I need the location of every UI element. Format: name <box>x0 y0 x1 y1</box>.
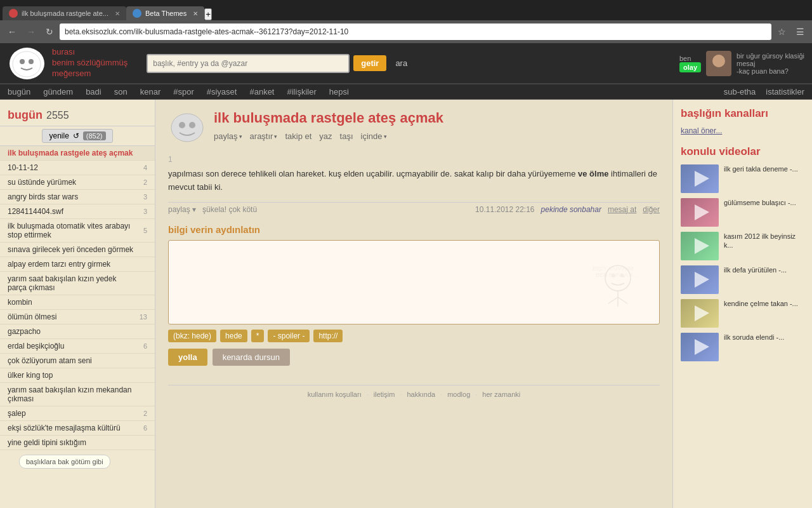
menu-button[interactable]: ☰ <box>792 25 808 38</box>
search-input[interactable] <box>147 54 350 73</box>
svg-point-0 <box>13 51 41 77</box>
footer-iletisim[interactable]: iletişim <box>374 391 395 398</box>
footer-modlog[interactable]: modlog <box>447 391 470 398</box>
video-item-1[interactable]: gülümseme bulaşıcı -... <box>681 198 804 227</box>
sidebar-item-11[interactable]: gazpacho <box>0 324 155 339</box>
video-item-2[interactable]: kasım 2012 ilk beyinsiz k... <box>681 232 804 260</box>
svg-point-1 <box>20 59 25 64</box>
sidebar-item-8[interactable]: yarım saat bakışılan kızın yedek parça ç… <box>0 272 155 295</box>
tool-hede[interactable]: hede <box>220 330 247 342</box>
getir-button[interactable]: getir <box>353 55 386 71</box>
nav-son[interactable]: son <box>114 87 128 97</box>
video-item-3[interactable]: ilk defa yürütülen -... <box>681 265 804 294</box>
sidebar-item-12[interactable]: erdal beşikçioğlu 6 <box>0 339 155 354</box>
action-arastir[interactable]: araştır ▾ <box>250 131 278 141</box>
tab-label-2: Beta Themes <box>145 10 187 17</box>
video-thumb-5 <box>681 333 719 361</box>
tab-close-2[interactable]: ✕ <box>193 10 198 17</box>
nav-hepsi[interactable]: hepsi <box>329 87 349 97</box>
sidebar-item-text-16: şalep <box>8 409 134 418</box>
entry-diger[interactable]: diğer <box>643 205 660 214</box>
sidebar-item-1[interactable]: 10-11-12 4 <box>0 161 155 175</box>
logo-image <box>10 48 44 79</box>
yenile-button[interactable]: yenile ↺ (852) <box>42 129 112 143</box>
address-bar[interactable]: beta.eksisozluk.com/ilk-bulusmada-rastge… <box>60 23 771 40</box>
video-item-0[interactable]: ilk geri takla deneme -... <box>681 164 804 193</box>
sidebar-item-4[interactable]: 1284114404.swf 3 <box>0 204 155 219</box>
video-link-4[interactable]: kendine çelme takan -... <box>724 300 798 307</box>
olay-badge[interactable]: olay <box>679 62 701 72</box>
video-link-2[interactable]: kasım 2012 ilk beyinsiz k... <box>724 232 796 249</box>
video-link-1[interactable]: gülümseme bulaşıcı -... <box>724 199 796 206</box>
sidebar-item-14[interactable]: ülker king top <box>0 368 155 383</box>
user-msg[interactable]: mesaj <box>737 60 804 67</box>
kenarda-button[interactable]: kenarda dursun <box>213 349 290 366</box>
nav-istatistikler[interactable]: istatistikler <box>766 87 804 97</box>
entry-mesaj[interactable]: mesaj at <box>608 205 636 214</box>
sidebar-item-16[interactable]: şalep 2 <box>0 406 155 421</box>
nav-anket[interactable]: #anket <box>249 87 274 97</box>
sidebar-item-17[interactable]: ekşi sözlük'te mesajlaşma kültürü 6 <box>0 421 155 436</box>
back-button[interactable]: ← <box>4 25 20 38</box>
sidebar-item-10[interactable]: ölümün ölmesi 13 <box>0 310 155 324</box>
bookmark-button[interactable]: ☆ <box>774 25 790 38</box>
sidebar-item-5[interactable]: ilk buluşmada otomatik vites arabayı sto… <box>0 219 155 243</box>
action-icinde[interactable]: içinde ▾ <box>361 131 387 141</box>
sidebar-item-6[interactable]: sınava girilecek yeri önceden görmek <box>0 243 155 257</box>
reload-button[interactable]: ↻ <box>42 25 57 38</box>
sidebar-item-13[interactable]: çok özlüyorum atam seni <box>0 354 155 368</box>
nav-badi[interactable]: badi <box>86 87 102 97</box>
sep3: · <box>440 391 442 398</box>
action-takip[interactable]: takip et <box>285 131 311 141</box>
video-item-5[interactable]: ilk soruda elendi -... <box>681 333 804 361</box>
nav-siyaset[interactable]: #siyaset <box>207 87 237 97</box>
sidebar-item-18[interactable]: yine geldi tipini sıktığım başlıklara ba… <box>0 436 155 450</box>
sidebar-item-text-3: angry birds star wars <box>8 192 134 201</box>
ara-button[interactable]: ara <box>390 55 412 71</box>
video-item-4[interactable]: kendine çelme takan -... <box>681 299 804 328</box>
browser-tab-2[interactable]: Beta Themes ✕ <box>126 6 204 20</box>
sidebar-item-2[interactable]: su üstünde yürümek 2 <box>0 175 155 190</box>
action-tasi[interactable]: taşı <box>340 131 353 141</box>
sidebar-item-7[interactable]: alpay erdem tarzı entry girmek <box>0 257 155 272</box>
sidebar: bugün 2555 yenile ↺ (852) ilk buluşmada … <box>0 100 155 508</box>
svg-point-6 <box>171 114 203 142</box>
nav-iliskiler[interactable]: #ilişkiler <box>287 87 317 97</box>
tab-close-1[interactable]: ✕ <box>115 10 120 17</box>
svg-point-4 <box>712 55 725 67</box>
browser-tab-1[interactable]: ilk buluşmada rastgele ate... ✕ <box>3 6 126 20</box>
nav-kenar[interactable]: kenar <box>140 87 161 97</box>
video-link-3[interactable]: ilk defa yürütülen -... <box>724 266 787 274</box>
footer-paylas[interactable]: paylaş ▾ <box>168 205 196 214</box>
video-link-5[interactable]: ilk soruda elendi -... <box>724 333 784 341</box>
sidebar-item-0[interactable]: ilk buluşmada rastgele ateş açmak <box>0 146 155 161</box>
sidebar-item-9[interactable]: kombin <box>0 295 155 310</box>
forward-button[interactable]: → <box>23 25 39 38</box>
channel-suggest[interactable]: kanal öner... <box>681 126 804 135</box>
nav-gundem[interactable]: gündem <box>43 87 73 97</box>
user-description: bir uğur gürsoy klasiği <box>737 52 804 60</box>
nav-spor[interactable]: #spor <box>173 87 194 97</box>
comment-textarea[interactable] <box>171 243 657 319</box>
tool-spoiler[interactable]: - spoiler - <box>268 330 310 342</box>
footer-hakkinda[interactable]: hakkında <box>407 391 435 398</box>
video-link-0[interactable]: ilk geri takla deneme -... <box>724 165 798 173</box>
footer-herzamanki[interactable]: her zamanki <box>482 391 520 398</box>
sidebar-item-3[interactable]: angry birds star wars 3 <box>0 190 155 204</box>
yolla-button[interactable]: yolla <box>168 349 207 366</box>
new-tab-button[interactable]: + <box>204 8 212 20</box>
user-description-area: bir uğur gürsoy klasiği mesaj -kaç puan … <box>737 52 804 75</box>
entry-author[interactable]: pekinde sonbahar <box>541 205 601 214</box>
tool-bkz[interactable]: (bkz: hede) <box>168 330 216 342</box>
nav-bugun[interactable]: bugün <box>8 87 30 97</box>
footer-kullanim[interactable]: kullanım koşulları <box>308 391 362 398</box>
nav-sub-etha[interactable]: sub-etha <box>724 87 756 97</box>
tool-http[interactable]: http:// <box>313 330 343 342</box>
tool-star[interactable]: * <box>251 330 265 342</box>
sidebar-item-text-5: ilk buluşmada otomatik vites arabayı sto… <box>8 222 134 239</box>
tooltip-bubble: başlıklara bak götüm gibi <box>19 455 110 469</box>
action-paylas[interactable]: paylaş ▾ <box>214 131 242 141</box>
action-yaz[interactable]: yaz <box>319 131 332 141</box>
footer-sukela[interactable]: şükela! çok kötü <box>202 205 257 214</box>
sidebar-item-15[interactable]: yarım saat bakışılan kızın mekandan çıkm… <box>0 383 155 406</box>
